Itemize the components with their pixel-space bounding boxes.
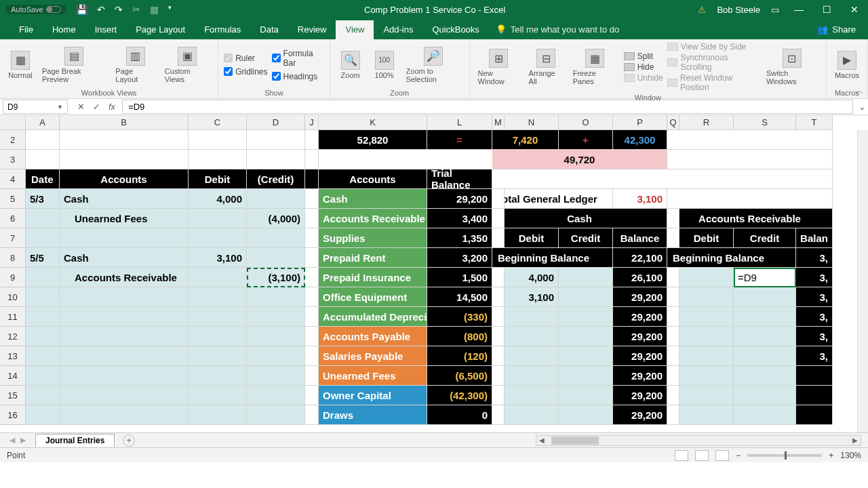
autosave-toggle[interactable]: AutoSave <box>5 5 66 14</box>
cell[interactable]: 22,100 <box>613 248 667 268</box>
zoom-slider[interactable] <box>747 454 822 457</box>
row-header[interactable]: 14 <box>0 366 26 386</box>
cell[interactable] <box>247 150 305 169</box>
cell[interactable]: (3,100) <box>247 268 305 287</box>
cell[interactable] <box>189 307 247 327</box>
cell[interactable] <box>667 150 833 169</box>
cell[interactable] <box>60 346 189 366</box>
cell[interactable]: Owner Capital <box>319 386 427 405</box>
cell[interactable]: 5/3 <box>26 189 60 209</box>
cell[interactable] <box>734 307 796 327</box>
cell[interactable] <box>492 228 505 248</box>
minimize-button[interactable]: — <box>790 4 808 15</box>
cell[interactable]: (4,000) <box>247 209 305 228</box>
cell[interactable] <box>667 209 679 228</box>
cell[interactable] <box>679 346 734 366</box>
cell[interactable] <box>189 366 247 386</box>
cell[interactable]: 3,100 <box>613 189 667 209</box>
cell[interactable]: 29,200 <box>613 327 667 346</box>
tab-data[interactable]: Data <box>250 20 288 39</box>
select-all-cell[interactable] <box>0 115 26 130</box>
cell[interactable] <box>667 130 833 150</box>
cell[interactable]: Supplies <box>319 228 427 248</box>
cell[interactable]: Cash <box>60 248 189 268</box>
row-header[interactable]: 3 <box>0 150 26 169</box>
cell[interactable] <box>492 366 505 386</box>
cell[interactable]: 4,000 <box>189 189 247 209</box>
column-header[interactable]: R <box>679 115 734 130</box>
tell-me-search[interactable]: 💡Tell me what you want to do <box>496 24 619 39</box>
cell[interactable] <box>559 405 613 425</box>
cell[interactable]: Beginning Balance <box>667 248 796 268</box>
formula-bar-input[interactable]: =D9 <box>122 100 853 114</box>
chevron-down-icon[interactable]: ▼ <box>57 104 63 110</box>
cell[interactable] <box>505 386 559 405</box>
cell[interactable] <box>247 405 305 425</box>
gridlines-checkbox[interactable]: Gridlines <box>224 67 267 77</box>
cell[interactable] <box>247 307 305 327</box>
cell[interactable] <box>189 150 247 169</box>
cell[interactable] <box>247 228 305 248</box>
cell[interactable] <box>734 366 796 386</box>
save-icon[interactable]: 💾 <box>76 4 87 15</box>
expand-formula-bar-icon[interactable]: ⌄ <box>856 99 868 115</box>
cell[interactable]: 3, <box>796 287 833 307</box>
cell[interactable] <box>492 327 505 346</box>
cell[interactable]: 3, <box>796 346 833 366</box>
cell[interactable] <box>679 287 734 307</box>
page-layout-button[interactable]: ▥Page Layout <box>113 45 157 85</box>
sheet-nav-next-icon[interactable]: ▶ <box>20 436 26 445</box>
row-header[interactable]: 13 <box>0 346 26 366</box>
cell[interactable]: Prepaid Insurance <box>319 268 427 287</box>
cell[interactable] <box>796 405 833 425</box>
cell[interactable] <box>305 287 319 307</box>
cell[interactable] <box>559 386 613 405</box>
cell[interactable] <box>26 209 60 228</box>
cell[interactable]: (Credit) <box>247 169 305 189</box>
cell[interactable] <box>305 228 319 248</box>
ruler-checkbox[interactable]: Ruler <box>224 54 267 63</box>
cell[interactable] <box>26 130 60 150</box>
cell[interactable]: (120) <box>427 346 492 366</box>
column-header[interactable]: O <box>559 115 613 130</box>
cell[interactable] <box>305 346 319 366</box>
column-header[interactable]: N <box>505 115 559 130</box>
cell[interactable] <box>26 386 60 405</box>
cell[interactable] <box>305 327 319 346</box>
cell[interactable] <box>247 189 305 209</box>
cell[interactable] <box>559 327 613 346</box>
tab-home[interactable]: Home <box>43 20 85 39</box>
cell[interactable] <box>505 327 559 346</box>
cell[interactable]: 29,200 <box>613 366 667 386</box>
cell[interactable]: 29,200 <box>427 189 492 209</box>
cell[interactable]: Beginning Balance <box>492 248 613 268</box>
cell[interactable] <box>189 287 247 307</box>
cell[interactable] <box>667 405 679 425</box>
cell[interactable] <box>60 228 189 248</box>
cell[interactable]: Balan <box>796 228 833 248</box>
formula-bar-checkbox[interactable]: Formula Bar <box>272 49 324 68</box>
cell[interactable] <box>796 366 833 386</box>
zoom-button[interactable]: 🔍Zoom <box>336 49 366 81</box>
cell[interactable]: Credit <box>734 228 796 248</box>
cell[interactable] <box>667 307 679 327</box>
row-header[interactable]: 15 <box>0 386 26 405</box>
cell[interactable] <box>492 346 505 366</box>
cell[interactable] <box>559 268 613 287</box>
tab-file[interactable]: File <box>9 20 43 39</box>
cell[interactable] <box>667 268 679 287</box>
cell[interactable] <box>60 405 189 425</box>
cell[interactable] <box>189 327 247 346</box>
cell[interactable] <box>796 386 833 405</box>
cell[interactable]: (42,300) <box>427 386 492 405</box>
cell[interactable] <box>492 386 505 405</box>
new-window-button[interactable]: ⊞New Window <box>475 47 522 87</box>
cell[interactable] <box>667 228 679 248</box>
cell[interactable] <box>26 366 60 386</box>
cell[interactable]: Accumulated Depreciation <box>319 307 427 327</box>
cell[interactable] <box>189 405 247 425</box>
page-break-preview-button[interactable]: ▤Page Break Preview <box>39 45 108 85</box>
cell[interactable]: Accounts Receivable <box>60 268 189 287</box>
cell[interactable] <box>247 327 305 346</box>
cell[interactable]: 52,820 <box>319 130 427 150</box>
